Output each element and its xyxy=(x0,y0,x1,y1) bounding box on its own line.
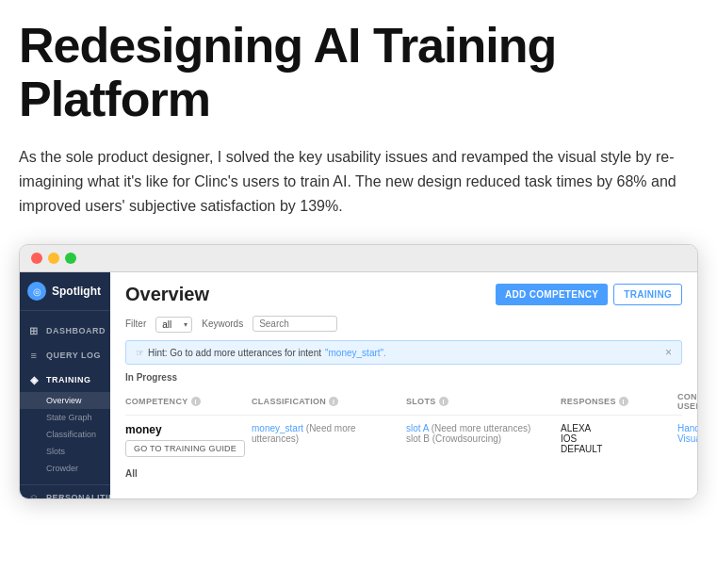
hint-banner: ☞ Hint: Go to add more utterances for in… xyxy=(125,340,682,365)
sidebar-sub-item-state-graph[interactable]: State Graph xyxy=(20,409,110,426)
page-description: As the sole product designer, I solved t… xyxy=(19,145,697,218)
slot-1: slot A (Need more utterances) xyxy=(406,423,557,433)
overview-title: Overview xyxy=(125,284,209,305)
competency-value: money xyxy=(125,423,248,436)
th-competency-info: i xyxy=(191,397,201,406)
slot-1-note: (Need more utterances) xyxy=(432,423,531,433)
traffic-light-red[interactable] xyxy=(31,253,42,264)
in-progress-label: In Progress xyxy=(125,372,682,383)
th-configuration: CONFIGURATION (for advanced user) i xyxy=(677,392,697,411)
keywords-label: Keywords xyxy=(202,318,243,329)
training-icon: ◈ xyxy=(27,373,41,386)
traffic-light-yellow[interactable] xyxy=(48,253,59,264)
traffic-light-green[interactable] xyxy=(65,253,76,264)
th-slots-info: i xyxy=(439,397,448,406)
dashboard-icon: ⊞ xyxy=(27,324,41,337)
response-default: DEFAULT xyxy=(561,444,674,454)
sidebar: ◎ Spotlight ⊞ Dashboard ≡ Query Log ◈ Tr… xyxy=(20,272,110,498)
th-competency-label: COMPETENCY xyxy=(125,397,188,406)
td-slots: slot A (Need more utterances) slot B (Cr… xyxy=(406,423,557,444)
go-to-training-guide-button[interactable]: GO TO TRAINING GUIDE xyxy=(125,440,245,457)
th-slots: SLOTS i xyxy=(406,392,557,411)
main-content: Overview ADD COMPETENCY TRAINING Filter … xyxy=(110,272,697,498)
filter-select[interactable]: all xyxy=(155,317,192,333)
sub-item-label: State Graph xyxy=(46,413,92,422)
browser-window: ◎ Spotlight ⊞ Dashboard ≡ Query Log ◈ Tr… xyxy=(19,244,698,499)
slot-1-text[interactable]: slot A xyxy=(406,423,429,433)
th-competency: COMPETENCY i xyxy=(125,392,248,411)
query-log-icon: ≡ xyxy=(27,349,41,362)
filter-select-wrap: all xyxy=(155,315,192,333)
all-label: All xyxy=(125,461,682,479)
training-button[interactable]: TRAINING xyxy=(613,284,682,305)
th-responses: RESPONSES i xyxy=(561,392,674,411)
td-competency: money GO TO TRAINING GUIDE xyxy=(125,423,248,457)
brand-name: Spotlight xyxy=(52,285,101,298)
brand-icon: ◎ xyxy=(27,282,46,301)
hint-text: ☞ Hint: Go to add more utterances for in… xyxy=(136,348,386,358)
main-header: Overview ADD COMPETENCY TRAINING xyxy=(125,284,682,305)
brand-icon-symbol: ◎ xyxy=(33,286,41,297)
sidebar-item-query-log[interactable]: ≡ Query Log xyxy=(20,343,110,368)
table-row: money GO TO TRAINING GUIDE money_start (… xyxy=(125,419,682,461)
th-classification-label: CLASSIFICATION xyxy=(252,397,326,406)
app-layout: ◎ Spotlight ⊞ Dashboard ≡ Query Log ◈ Tr… xyxy=(20,272,697,498)
sidebar-sub-item-overview[interactable]: Overview xyxy=(20,392,110,409)
hint-arrow-icon: ☞ xyxy=(136,348,144,358)
sub-item-label: Slots xyxy=(46,447,65,456)
browser-titlebar xyxy=(20,245,697,272)
slot-2: slot B (Crowdsourcing) xyxy=(406,433,557,444)
th-responses-label: RESPONSES xyxy=(561,397,616,406)
th-classification-info: i xyxy=(329,397,338,406)
personalities-icon: ☺ xyxy=(27,491,41,499)
add-competency-button[interactable]: ADD COMPETENCY xyxy=(496,284,608,305)
filter-bar: Filter all Keywords xyxy=(125,315,682,333)
hint-link[interactable]: "money_start". xyxy=(325,348,386,358)
sidebar-sub-item-classification[interactable]: Classification xyxy=(20,426,110,443)
sidebar-nav: ⊞ Dashboard ≡ Query Log ◈ Training Overv… xyxy=(20,311,110,484)
classification-value[interactable]: money_start xyxy=(252,423,303,433)
sidebar-item-training[interactable]: ◈ Training xyxy=(20,368,110,392)
response-alexa: ALEXA xyxy=(561,423,674,433)
config-handler[interactable]: Handler xyxy=(677,423,697,433)
table-header: COMPETENCY i CLASSIFICATION i SLOTS i RE… xyxy=(125,388,682,416)
slot-2-text: slot B (Crowdsourcing) xyxy=(406,433,501,444)
sidebar-item-label: Dashboard xyxy=(46,326,106,335)
sidebar-item-label: Training xyxy=(46,375,91,384)
keywords-input[interactable] xyxy=(253,316,337,332)
sub-item-label: Classification xyxy=(46,430,96,439)
page-title: Redesigning AI Training Platform xyxy=(19,19,698,126)
td-classification: money_start (Need more utterances) xyxy=(252,423,402,444)
header-buttons: ADD COMPETENCY TRAINING xyxy=(496,284,682,305)
hint-close-button[interactable]: × xyxy=(665,346,672,359)
response-ios: IOS xyxy=(561,433,674,444)
config-visual[interactable]: Visual Generation xyxy=(677,433,697,444)
th-slots-label: SLOTS xyxy=(406,397,436,406)
sidebar-sub-item-slots[interactable]: Slots xyxy=(20,443,110,460)
hint-message: Hint: Go to add more utterances for inte… xyxy=(148,348,321,358)
sidebar-item-dashboard[interactable]: ⊞ Dashboard xyxy=(20,318,110,343)
sub-item-label: Overview xyxy=(46,396,82,405)
sub-item-label: Crowder xyxy=(46,464,78,473)
td-configuration: Handler Visual Generation xyxy=(677,423,697,444)
th-responses-info: i xyxy=(619,397,628,406)
sidebar-brand[interactable]: ◎ Spotlight xyxy=(20,272,110,311)
td-responses: ALEXA IOS DEFAULT xyxy=(561,423,674,454)
th-classification: CLASSIFICATION i xyxy=(252,392,402,411)
filter-label: Filter xyxy=(125,318,146,329)
th-configuration-label: CONFIGURATION (for advanced user) xyxy=(677,392,697,411)
sidebar-sub-item-crowder[interactable]: Crowder xyxy=(20,460,110,477)
sidebar-item-label: Query Log xyxy=(46,351,101,360)
sidebar-item-personalities[interactable]: ☺ Personalities xyxy=(20,484,110,499)
